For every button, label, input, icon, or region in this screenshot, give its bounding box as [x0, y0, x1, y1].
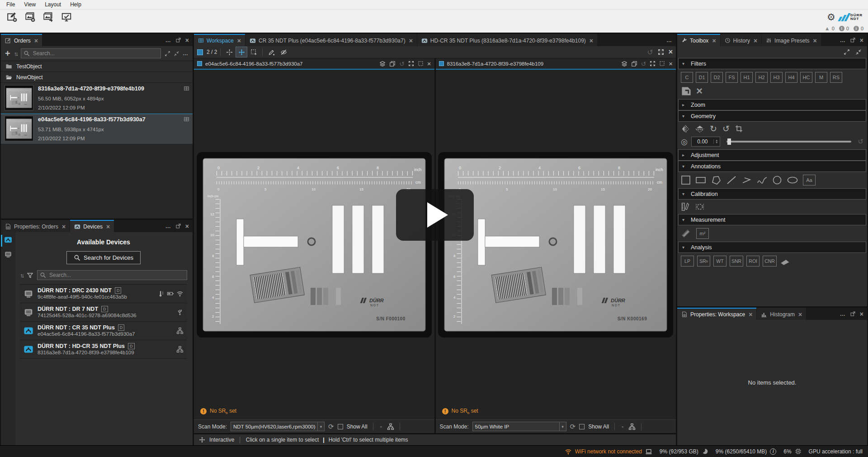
hide-annotations-button[interactable]	[278, 47, 289, 57]
tab-cr35-device[interactable]: CR 35 NDT Plus (e04ac5e6-6c84-4196-8a33-…	[245, 34, 417, 46]
close-icon[interactable]: ×	[237, 38, 241, 44]
rotate-cw-icon[interactable]: ↻	[710, 124, 717, 133]
close-icon[interactable]: ×	[185, 37, 189, 44]
frame-icon[interactable]	[418, 61, 424, 67]
close-icon[interactable]: ×	[813, 38, 816, 44]
rectangle-annotation-icon[interactable]	[695, 175, 706, 185]
section-filters[interactable]: ▾Filters	[678, 58, 866, 69]
section-adjustment[interactable]: ▸Adjustment	[678, 149, 866, 161]
filter-h2-button[interactable]: H2	[755, 72, 768, 83]
maximize-icon[interactable]	[408, 61, 414, 67]
section-measurement[interactable]: ▾Measurement	[678, 214, 866, 225]
tab-toolbox[interactable]: Toolbox ×	[677, 34, 720, 46]
rotate-angle-icon[interactable]: ◎	[681, 137, 688, 147]
close-icon[interactable]: ×	[860, 37, 863, 44]
image-stack-icon[interactable]	[389, 61, 396, 67]
srb-analysis-button[interactable]: SRb	[697, 256, 710, 267]
flip-vertical-icon[interactable]	[695, 125, 704, 133]
more-icon[interactable]: …	[165, 37, 171, 43]
filter-hc-button[interactable]: HC	[800, 72, 812, 83]
close-icon[interactable]: ×	[669, 48, 673, 56]
close-icon[interactable]: ×	[860, 310, 863, 318]
device-row-drc2430[interactable]: DÜRR NDT : DRC 2430 NDTD 9c4ff8fe-aeaf-4…	[20, 285, 187, 303]
maximize-icon[interactable]	[658, 49, 664, 55]
close-icon[interactable]: ×	[427, 60, 431, 67]
close-icon[interactable]: ×	[34, 38, 38, 44]
close-icon[interactable]: ×	[754, 38, 757, 44]
acquire-button[interactable]	[60, 11, 73, 23]
ellipse-annotation-icon[interactable]	[787, 175, 798, 185]
expand-icon[interactable]	[165, 51, 170, 57]
layers-icon[interactable]	[379, 61, 386, 67]
tab-orders[interactable]: Orders ×	[1, 34, 42, 46]
filter-fs-button[interactable]: FS	[726, 72, 738, 83]
section-calibration[interactable]: ▾Calibration	[678, 188, 866, 200]
close-icon[interactable]: ×	[106, 224, 110, 230]
more-icon[interactable]: …	[840, 37, 846, 43]
video-play-button[interactable]	[396, 189, 474, 241]
section-annotations[interactable]: ▾Annotations	[678, 161, 866, 172]
error-counter[interactable]: !0	[839, 26, 849, 31]
tab-properties-orders[interactable]: Properties: Orders ×	[1, 220, 70, 232]
popout-icon[interactable]	[850, 311, 856, 317]
close-icon[interactable]: ×	[712, 38, 716, 44]
ruler-measure-icon[interactable]	[681, 228, 691, 238]
pen-ruler-calibration-icon[interactable]	[681, 202, 690, 211]
filter-funnel-icon[interactable]	[27, 272, 33, 279]
rotate-ccw-icon[interactable]: ↺	[722, 124, 730, 133]
popout-icon[interactable]	[175, 223, 181, 229]
roi-analysis-button[interactable]: ROI	[746, 256, 760, 267]
filter-h4-button[interactable]: H4	[785, 72, 797, 83]
close-icon[interactable]: ×	[749, 311, 752, 318]
close-icon[interactable]: ×	[798, 311, 802, 318]
cnr-analysis-button[interactable]: CNR	[763, 256, 777, 267]
image-stack-icon[interactable]	[631, 61, 637, 67]
close-icon[interactable]: ×	[409, 38, 413, 44]
expand-all-icon[interactable]	[844, 49, 850, 55]
filter-m-button[interactable]: M	[815, 72, 827, 83]
section-geometry[interactable]: ▾Geometry	[678, 110, 866, 122]
folder-testobject[interactable]: TestObject	[1, 61, 193, 72]
angle-slider[interactable]	[726, 141, 852, 143]
more-icon[interactable]: …	[666, 37, 672, 43]
network-icon[interactable]	[628, 423, 636, 430]
collapse-icon[interactable]	[174, 51, 179, 57]
scanner-devices-icon[interactable]	[4, 236, 12, 244]
warning-counter[interactable]: ▲0	[825, 26, 835, 31]
refresh-icon[interactable]: ⟳	[570, 423, 576, 431]
crop-icon[interactable]	[735, 125, 743, 133]
flat-panel-devices-icon[interactable]	[4, 250, 12, 258]
text-annotation-button[interactable]: Aa	[803, 175, 816, 186]
move-tool-button[interactable]	[236, 47, 247, 57]
settings-gear-icon[interactable]: ⚙	[827, 12, 835, 22]
close-icon[interactable]: ×	[62, 224, 66, 230]
rotate-icon[interactable]: ↺	[399, 60, 405, 67]
menu-layout[interactable]: Layout	[40, 0, 66, 9]
import-image-button[interactable]	[24, 11, 37, 23]
reset-icon[interactable]: ↺	[858, 138, 863, 146]
device-row-dr7[interactable]: DÜRR NDT : DR 7 NDTD 74125d45-528a-401c-…	[20, 303, 187, 322]
curve-annotation-icon[interactable]	[757, 175, 768, 185]
show-all-checkbox[interactable]	[338, 424, 343, 429]
close-icon[interactable]: ×	[590, 38, 593, 44]
clear-filter-icon[interactable]: ×	[694, 86, 704, 96]
wt-analysis-button[interactable]: WT	[713, 256, 726, 267]
tab-history[interactable]: History ×	[721, 34, 762, 46]
devices-search-input[interactable]	[37, 270, 187, 280]
snr-analysis-button[interactable]: SNR	[730, 256, 743, 267]
search-for-devices-button[interactable]: Search for Devices	[66, 251, 141, 264]
angle-spinner[interactable]: 0.00 ▲▼	[691, 137, 720, 147]
order-item[interactable]: 8316a3e8-7d1a-4720-8f39-e3798fe4b109 56.…	[1, 83, 193, 114]
popout-icon[interactable]	[850, 37, 856, 43]
network-icon[interactable]	[387, 423, 394, 430]
more-icon[interactable]: …	[840, 311, 846, 317]
tab-histogram[interactable]: Histogram ×	[757, 308, 806, 320]
add-order-icon[interactable]: +	[5, 49, 10, 58]
close-icon[interactable]: ×	[669, 60, 673, 67]
scan-mode-select[interactable]: 50µm White IP ▾	[472, 422, 566, 431]
tab-hdcr35-device[interactable]: HD-CR 35 NDT Plus (8316a3e8-7d1a-4720-8f…	[417, 34, 597, 46]
spinner-arrows[interactable]: ▲▼	[713, 139, 720, 144]
custom-filter-icon[interactable]	[681, 86, 692, 96]
device-row-hdcr35[interactable]: DÜRR NDT : HD-CR 35 NDT PlusD 8316a3e8-7…	[20, 340, 187, 359]
tab-devices[interactable]: Devices ×	[70, 220, 114, 232]
